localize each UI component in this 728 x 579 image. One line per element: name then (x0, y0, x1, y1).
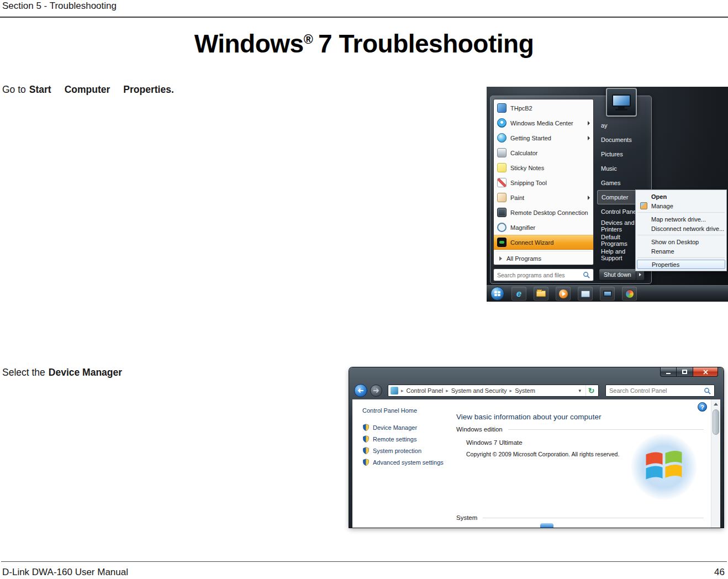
breadcrumb-system[interactable]: System (515, 387, 535, 394)
item-label: Pictures (601, 151, 623, 157)
scrollbar-thumb[interactable] (713, 409, 719, 435)
close-button[interactable] (693, 367, 718, 377)
orb-flag-pane (494, 291, 497, 293)
manage-icon (640, 202, 647, 209)
sidebar-item-control-panel-home[interactable]: Control Panel Home (362, 407, 446, 414)
start-menu-item-paint[interactable]: Paint (494, 190, 593, 205)
user-name-label: ay (597, 118, 650, 133)
context-menu-manage[interactable]: Manage (637, 201, 725, 210)
breadcrumb-arrow-icon: ▸ (510, 388, 513, 393)
start-orb-button[interactable] (490, 287, 504, 301)
sidebar-item-advanced-system-settings[interactable]: Advanced system settings (362, 459, 446, 466)
minimize-button[interactable] (660, 367, 677, 377)
breadcrumb-control-panel[interactable]: Control Panel (407, 387, 444, 394)
search-placeholder: Search Control Panel (609, 387, 667, 394)
header-divider (0, 17, 728, 18)
monitor-base (615, 109, 627, 110)
forward-arrow-icon (373, 388, 379, 393)
orb-flag-pane (498, 294, 500, 296)
paint-taskbar-button[interactable] (622, 287, 637, 301)
program-label: Paint (510, 194, 524, 201)
minimize-icon (666, 373, 671, 374)
start-menu-item-remote-desktop[interactable]: Remote Desktop Connection (494, 205, 593, 220)
shutdown-button[interactable]: Shut down (599, 269, 636, 281)
start-menu-item-documents[interactable]: Documents (597, 133, 650, 147)
sidebar-label: Device Manager (373, 424, 417, 431)
device-manager-text: Device Manager (49, 367, 122, 378)
forward-button[interactable] (370, 385, 382, 397)
window-taskbar-button[interactable] (578, 287, 593, 301)
media-player-taskbar-button[interactable] (556, 287, 571, 301)
program-label: Snipping Tool (510, 180, 547, 186)
section-header: Section 5 - Troubleshooting (2, 1, 117, 12)
start-menu-item-pictures[interactable]: Pictures (597, 147, 650, 161)
back-button[interactable] (354, 384, 367, 397)
context-menu-map-network-drive[interactable]: Map network drive... (637, 214, 725, 224)
program-label: Calculator (510, 150, 538, 156)
start-menu-item-thpcb2[interactable]: THpcB2 (494, 101, 593, 115)
start-menu-search-input[interactable]: Search programs and files (493, 269, 594, 281)
palette-icon (625, 290, 634, 298)
uac-shield-icon (362, 459, 370, 466)
ie-taskbar-button[interactable]: e (511, 287, 526, 301)
sidebar-item-device-manager[interactable]: Device Manager (362, 424, 446, 431)
scroll-up-icon (714, 403, 718, 406)
submenu-arrow-icon (588, 196, 590, 200)
sidebar-item-system-protection[interactable]: System protection (362, 447, 446, 454)
all-programs-button[interactable]: All Programs (494, 252, 593, 265)
start-menu-item-sticky-notes[interactable]: Sticky Notes (494, 160, 593, 175)
start-menu-item-magnifier[interactable]: Magnifier (494, 220, 593, 235)
footer-page-number: 46 (714, 567, 725, 578)
menu-label: Rename (651, 248, 674, 255)
start-menu-item-connect-wizard[interactable]: Connect Wizard (494, 235, 593, 250)
title-rest: 7 Troubleshooting (318, 29, 534, 58)
system-icon (391, 387, 398, 394)
breadcrumb-arrow-icon: ▸ (401, 388, 404, 393)
start-menu-item-getting-started[interactable]: Getting Started (494, 130, 593, 145)
windows-edition-section: Windows edition (456, 426, 704, 433)
sidebar-label: Remote settings (373, 436, 416, 443)
windows-logo (631, 434, 697, 500)
start-menu-item-music[interactable]: Music (597, 161, 650, 176)
start-menu-item-calculator[interactable]: Calculator (494, 145, 593, 160)
context-menu-show-on-desktop[interactable]: Show on Desktop (637, 237, 725, 246)
address-dropdown-icon[interactable]: ▾ (577, 388, 583, 393)
sidebar-item-remote-settings[interactable]: Remote settings (362, 435, 446, 443)
computer-context-menu: Open Manage Map network drive... Disconn… (635, 190, 727, 271)
context-menu-open[interactable]: Open (637, 192, 725, 201)
start-menu-item-snipping-tool[interactable]: Snipping Tool (494, 175, 593, 190)
window-caption-buttons (660, 367, 718, 377)
footer-manual-name: D-Link DWA-160 User Manual (2, 567, 128, 578)
maximize-button[interactable] (677, 367, 693, 377)
start-menu-item-games[interactable]: Games (597, 176, 650, 190)
vertical-scrollbar[interactable] (711, 399, 720, 528)
control-panel-sidebar: Control Panel Home Device Manager Remote… (352, 399, 446, 528)
registered-mark: ® (304, 32, 313, 46)
navigation-toolbar: ▸ Control Panel ▸ System and Security ▸ … (349, 382, 724, 399)
instruction-select: Select theDevice Manager (2, 367, 122, 378)
windows-flag-icon (642, 445, 686, 489)
taskbar: e (487, 285, 728, 302)
item-label: Music (601, 165, 617, 172)
display-taskbar-button[interactable] (600, 287, 615, 301)
start-menu-program-list: THpcB2 Windows Media Center Getting Star… (493, 99, 594, 265)
control-panel-search-input[interactable]: Search Control Panel (605, 385, 715, 397)
refresh-icon[interactable]: ↻ (585, 385, 597, 396)
program-label: THpcB2 (510, 105, 532, 112)
help-button[interactable]: ? (698, 402, 707, 412)
context-menu-rename[interactable]: Rename (637, 246, 725, 256)
uac-shield-icon (362, 447, 370, 454)
window-content: Control Panel Home Device Manager Remote… (352, 399, 720, 528)
scroll-up-button[interactable] (711, 399, 720, 408)
computer-monitor-icon (612, 94, 631, 107)
title-brand: Windows (194, 29, 304, 58)
context-menu-disconnect-network-drive[interactable]: Disconnect network drive... (637, 224, 725, 233)
explorer-taskbar-button[interactable] (534, 287, 548, 301)
address-bar[interactable]: ▸ Control Panel ▸ System and Security ▸ … (388, 385, 599, 397)
breadcrumb-system-security[interactable]: System and Security (451, 387, 507, 394)
footer-divider (1, 561, 727, 562)
menu-label: Manage (651, 203, 673, 209)
context-menu-properties[interactable]: Properties (637, 260, 725, 269)
start-menu-item-windows-media-center[interactable]: Windows Media Center (494, 115, 593, 130)
orb-flag-pane (498, 291, 500, 293)
